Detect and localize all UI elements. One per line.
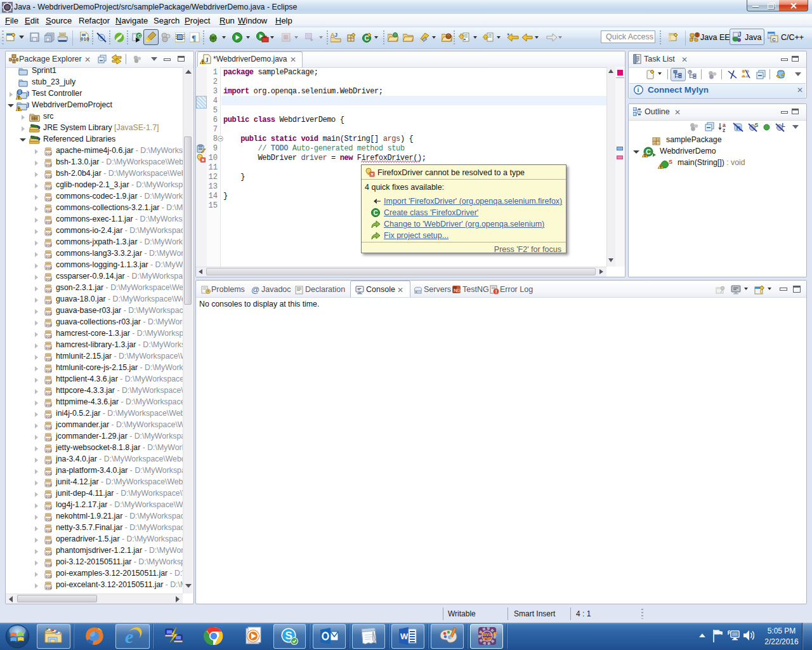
- svg-text:010: 010: [81, 36, 89, 42]
- svg-text:J: J: [205, 56, 208, 63]
- svg-text:J: J: [26, 90, 30, 98]
- svg-text:IDE: IDE: [483, 636, 492, 642]
- svg-text:C: C: [138, 33, 141, 39]
- svg-text:S: S: [755, 122, 759, 128]
- svg-text:J: J: [334, 32, 337, 38]
- svg-text:¶: ¶: [192, 33, 196, 43]
- svg-text:J: J: [26, 102, 30, 109]
- svg-text:C: C: [373, 209, 377, 216]
- svg-text:z: z: [723, 127, 725, 132]
- svg-text:J: J: [738, 31, 742, 38]
- svg-text:i: i: [638, 86, 639, 93]
- svg-text:L: L: [782, 122, 785, 128]
- svg-text:S: S: [669, 159, 672, 165]
- svg-text:W: W: [400, 632, 409, 641]
- svg-text:G: G: [457, 288, 461, 293]
- svg-text:C: C: [772, 37, 776, 43]
